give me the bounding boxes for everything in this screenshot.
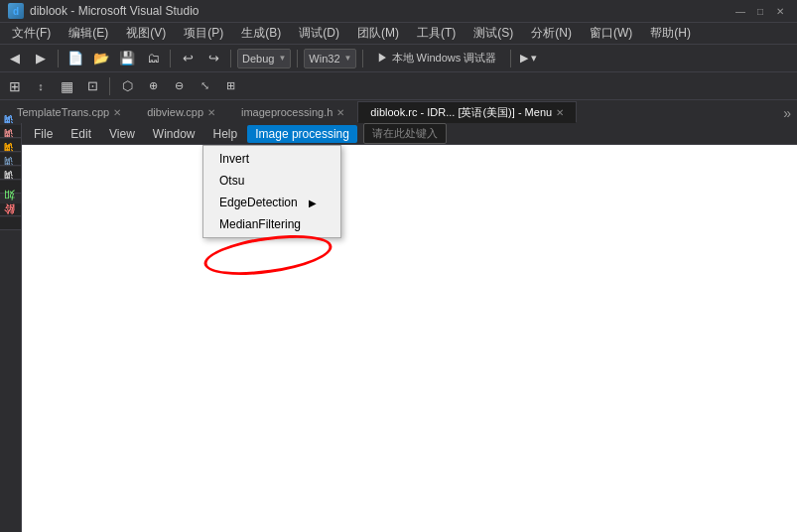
undo-button[interactable]: ↩	[177, 48, 199, 69]
tab-imageprocessing[interactable]: imageprocessing.h ✕	[228, 101, 357, 123]
app-icon: d	[8, 3, 24, 19]
tb2-btn3[interactable]: ▦	[56, 75, 77, 97]
sidebar-label-5[interactable]: 调调	[2, 183, 15, 191]
tab-bar: TemplateTrans.cpp ✕ dibview.cpp ✕ imagep…	[0, 99, 797, 123]
menu-view[interactable]: 视图(V)	[118, 23, 174, 44]
redo-button[interactable]: ↪	[202, 48, 224, 69]
menu-tools[interactable]: 工具(T)	[409, 23, 464, 44]
toolbar-secondary: ⊞ ↕ ▦ ⊡ ⬡ ⊕ ⊖ ⤡ ⊞	[0, 71, 797, 99]
menu-item-invert[interactable]: Invert	[203, 148, 340, 170]
menu-debug[interactable]: 调试(D)	[291, 23, 347, 44]
menu-project[interactable]: 项目(P)	[176, 23, 231, 44]
doc-menu-view[interactable]: View	[101, 125, 143, 143]
tb2-btn1[interactable]: ⊞	[4, 75, 26, 97]
toolbar-main: ◀ ▶ 📄 📂 💾 🗂 ↩ ↪ Debug ▼ Win32 ▼ ▶ 本地 Win…	[0, 44, 797, 71]
close-tab-3[interactable]: ✕	[556, 107, 564, 118]
menu-item-edge-detection[interactable]: EdgeDetection ▶	[203, 192, 340, 213]
title-bar: d diblook - Microsoft Visual Studio — □ …	[0, 0, 797, 22]
close-button[interactable]: ✕	[771, 3, 789, 19]
toolbar-separator-5	[362, 50, 363, 67]
tb2-btn8[interactable]: ⤡	[194, 75, 215, 97]
tab-dibview[interactable]: dibview.cpp ✕	[134, 101, 228, 123]
sidebar-section-2: 调调	[0, 139, 21, 152]
platform-arrow: ▼	[344, 54, 352, 63]
save-all-button[interactable]: 🗂	[142, 48, 164, 69]
menu-help[interactable]: 帮助(H)	[642, 23, 699, 44]
doc-menu-image-processing[interactable]: Image processing	[247, 125, 357, 143]
minimize-button[interactable]: —	[731, 3, 749, 19]
edge-detection-arrow: ▶	[309, 198, 317, 208]
attach-button[interactable]: ▶ ▾	[517, 48, 539, 69]
sidebar-section-3: 调调调	[0, 153, 21, 166]
maximize-button[interactable]: □	[751, 3, 769, 19]
tb2-btn6[interactable]: ⊕	[142, 75, 164, 97]
sidebar-label-1[interactable]: 调调调	[2, 127, 15, 135]
window-controls: — □ ✕	[731, 3, 789, 19]
debug-config-label: Debug	[242, 53, 274, 65]
sidebar-label-6[interactable]: 如	[2, 205, 17, 213]
debug-config-arrow: ▼	[278, 54, 286, 63]
run-label: ▶ 本地 Windows 调试器	[377, 51, 496, 66]
menu-edit[interactable]: 编辑(E)	[61, 23, 116, 44]
menu-analyze[interactable]: 分析(N)	[523, 23, 580, 44]
tb2-sep1	[109, 77, 110, 95]
sidebar-label-7[interactable]: 龄龄	[2, 219, 17, 227]
tb2-btn9[interactable]: ⊞	[219, 75, 241, 97]
menu-item-otsu[interactable]: Otsu	[203, 170, 340, 192]
main-area: 调调调 调调 调调调 调 调调 如 龄龄 File Edit View Wind…	[0, 123, 797, 532]
sidebar-section-5: 调调	[0, 181, 21, 194]
left-sidebar: 调调调 调调 调调调 调 调调 如 龄龄	[0, 123, 22, 532]
sidebar-label-4[interactable]: 调	[2, 169, 15, 177]
menu-search-hint[interactable]: 请在此处键入	[363, 123, 447, 144]
doc-menu-file[interactable]: File	[26, 125, 61, 143]
open-button[interactable]: 📂	[90, 48, 112, 69]
save-button[interactable]: 💾	[116, 48, 138, 69]
back-button[interactable]: ◀	[4, 48, 26, 69]
menu-item-median-filtering[interactable]: MedianFiltering	[203, 213, 340, 235]
sidebar-section-4: 调	[0, 167, 21, 180]
document-area: File Edit View Window Help Image process…	[22, 123, 797, 532]
doc-menu-edit[interactable]: Edit	[63, 125, 99, 143]
tb2-btn2[interactable]: ↕	[30, 75, 52, 97]
main-menu-bar: 文件(F) 编辑(E) 视图(V) 项目(P) 生成(B) 调试(D) 团队(M…	[0, 22, 797, 44]
run-button[interactable]: ▶ 本地 Windows 调试器	[369, 48, 504, 69]
window-title: diblook - Microsoft Visual Studio	[30, 4, 199, 18]
close-tab-0[interactable]: ✕	[113, 107, 121, 118]
content-area	[22, 145, 797, 532]
new-file-button[interactable]: 📄	[65, 48, 86, 69]
toolbar-separator-3	[230, 50, 231, 67]
tab-templatetrans[interactable]: TemplateTrans.cpp ✕	[4, 101, 134, 123]
toolbar-separator-4	[297, 50, 298, 67]
close-tab-2[interactable]: ✕	[336, 107, 344, 118]
tb2-btn7[interactable]: ⊖	[168, 75, 190, 97]
tab-overflow-button[interactable]: »	[777, 103, 797, 123]
platform-label: Win32	[309, 53, 339, 65]
menu-build[interactable]: 生成(B)	[233, 23, 289, 44]
toolbar-separator-2	[170, 50, 171, 67]
menu-test[interactable]: 测试(S)	[465, 23, 521, 44]
sidebar-section-1: 调调调	[0, 125, 21, 138]
sidebar-section-7: 龄龄	[0, 217, 21, 230]
doc-menu-help[interactable]: Help	[205, 125, 246, 143]
platform-combo[interactable]: Win32 ▼	[304, 49, 356, 68]
tab-diblookrc[interactable]: diblook.rc - IDR... [英语(美国)] - Menu ✕	[357, 101, 577, 123]
toolbar-separator-1	[58, 50, 59, 67]
sidebar-section-6: 如	[0, 203, 21, 216]
menu-window[interactable]: 窗口(W)	[582, 23, 640, 44]
sidebar-label-2[interactable]: 调调	[2, 141, 15, 149]
sidebar-label-3[interactable]: 调调调	[2, 155, 15, 163]
tb2-btn4[interactable]: ⊡	[81, 75, 103, 97]
doc-menu-window[interactable]: Window	[145, 125, 203, 143]
toolbar-separator-6	[510, 50, 511, 67]
debug-config-combo[interactable]: Debug ▼	[237, 49, 291, 68]
doc-menu-bar: File Edit View Window Help Image process…	[22, 123, 797, 145]
image-processing-dropdown: Invert Otsu EdgeDetection ▶ MedianFilter…	[202, 145, 341, 238]
menu-team[interactable]: 团队(M)	[349, 23, 407, 44]
forward-button[interactable]: ▶	[30, 48, 52, 69]
menu-file[interactable]: 文件(F)	[4, 23, 59, 44]
tb2-btn5[interactable]: ⬡	[116, 75, 138, 97]
close-tab-1[interactable]: ✕	[207, 107, 215, 118]
